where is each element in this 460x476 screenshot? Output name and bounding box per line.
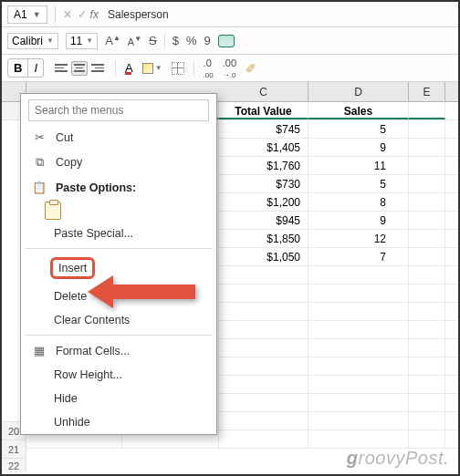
menu-insert[interactable]: Insert <box>21 252 216 285</box>
cell[interactable] <box>409 102 445 119</box>
menu-label: Row Height... <box>54 368 122 381</box>
cell-sales[interactable]: 5 <box>308 175 409 192</box>
watermark-text: roovyPost. <box>359 448 449 468</box>
font-name-selector[interactable]: Calibri ▼ <box>7 33 58 49</box>
chevron-down-icon[interactable]: ▼ <box>47 36 54 45</box>
cell-total[interactable]: $730 <box>219 175 308 192</box>
menu-delete[interactable]: Delete <box>21 285 216 308</box>
cell-sales[interactable]: 9 <box>308 139 409 156</box>
font-size-selector[interactable]: 11 ▼ <box>66 33 98 49</box>
menu-format-cells[interactable]: ▦ Format Cells... <box>21 338 216 363</box>
menu-label: Paste Special... <box>54 227 133 240</box>
cell-total[interactable]: $945 <box>219 212 308 229</box>
cell-total[interactable]: $1,200 <box>219 193 308 211</box>
menu-label: Clear Contents <box>54 314 130 326</box>
currency-button[interactable]: $ <box>172 34 179 47</box>
accept-icon: ✓ <box>78 8 87 21</box>
menu-label: Copy <box>56 156 82 169</box>
formula-bar-value[interactable]: Salesperson <box>108 8 169 21</box>
row-header[interactable]: 22 <box>2 458 26 472</box>
row-header[interactable]: 21 <box>2 440 26 458</box>
cell-sales[interactable]: 7 <box>308 248 409 265</box>
borders-button[interactable] <box>172 62 184 75</box>
decrease-font-button[interactable]: A▼ <box>128 35 141 47</box>
align-center-button[interactable] <box>71 61 88 76</box>
divider <box>193 60 194 77</box>
menu-cut[interactable]: ✂ Cut <box>21 125 216 150</box>
increase-decimal-button[interactable]: .0.00 <box>204 57 214 79</box>
watermark-g: g <box>347 448 359 468</box>
cell-sales[interactable]: 5 <box>308 120 409 138</box>
column-header-E[interactable]: E <box>409 82 445 101</box>
align-right-button[interactable] <box>89 61 106 76</box>
menu-label: Paste Options: <box>56 181 136 194</box>
header-total-value[interactable]: Total Value <box>219 102 308 119</box>
menu-hide[interactable]: Hide <box>21 387 216 410</box>
font-size: 11 <box>70 35 82 47</box>
menu-copy[interactable]: ⧉ Copy <box>21 150 216 175</box>
cell-total[interactable]: $1,850 <box>219 230 308 247</box>
clipboard-icon: 📋 <box>32 181 47 194</box>
fill-color-button[interactable]: ▼ <box>142 63 162 74</box>
divider <box>55 6 56 23</box>
header-sales[interactable]: Sales <box>308 102 409 119</box>
format-cells-icon: ▦ <box>32 344 47 357</box>
cell-total[interactable]: $1,050 <box>219 248 308 265</box>
cell-styles-icon[interactable] <box>218 35 235 47</box>
font-name: Calibri <box>12 35 43 47</box>
menu-label: Insert <box>58 262 87 274</box>
context-menu: ✂ Cut ⧉ Copy 📋 Paste Options: Paste Spec… <box>20 93 217 435</box>
name-box[interactable]: A1 ▼ <box>7 5 47 24</box>
alignment-group <box>53 61 106 76</box>
cell-sales[interactable]: 12 <box>308 230 409 247</box>
cell-total[interactable]: $745 <box>219 120 308 138</box>
cell-sales[interactable]: 9 <box>308 212 409 229</box>
chevron-down-icon[interactable]: ▼ <box>33 10 41 19</box>
menu-separator <box>25 335 213 336</box>
menu-label: Format Cells... <box>56 345 130 357</box>
menu-search <box>28 99 209 121</box>
font-color-button[interactable]: A <box>125 61 133 75</box>
cell-sales[interactable]: 11 <box>308 157 409 174</box>
strikethrough-button[interactable]: S <box>149 34 157 47</box>
percent-button[interactable]: % <box>186 34 197 47</box>
bold-italic-group: B I <box>7 58 44 78</box>
copy-icon: ⧉ <box>32 155 47 170</box>
bucket-icon <box>142 63 153 74</box>
cell-total[interactable]: $1,760 <box>219 157 308 174</box>
menu-label: Delete <box>54 290 87 303</box>
menu-paste-options: 📋 Paste Options: <box>21 175 216 200</box>
menu-label: Cut <box>56 131 73 144</box>
paste-option-icon[interactable] <box>21 202 216 220</box>
column-header-D[interactable]: D <box>308 82 409 101</box>
paste-icon <box>45 202 61 220</box>
cell-total[interactable]: $1,405 <box>219 139 308 156</box>
menu-separator <box>25 248 213 249</box>
fx-icon[interactable]: fx <box>90 8 99 21</box>
menu-label: Hide <box>54 392 78 405</box>
menu-clear-contents[interactable]: Clear Contents <box>21 308 216 332</box>
chevron-down-icon[interactable]: ▼ <box>86 36 93 45</box>
divider <box>115 60 116 77</box>
cell-reference: A1 <box>14 8 27 21</box>
menu-paste-special[interactable]: Paste Special... <box>21 222 216 245</box>
menu-label: Unhide <box>54 416 90 429</box>
increase-font-button[interactable]: A▲ <box>105 34 120 47</box>
menu-row-height[interactable]: Row Height... <box>21 363 216 387</box>
scissors-icon: ✂ <box>32 130 47 144</box>
comma-button[interactable]: 9 <box>204 34 211 47</box>
column-header-C[interactable]: C <box>219 82 308 101</box>
format-painter-icon[interactable]: ✐ <box>246 61 256 76</box>
divider <box>164 33 165 49</box>
align-left-button[interactable] <box>53 61 69 76</box>
cancel-icon: ✕ <box>63 8 72 21</box>
menu-unhide[interactable]: Unhide <box>21 410 216 434</box>
bold-button[interactable]: B <box>8 59 27 77</box>
decrease-decimal-button[interactable]: .00→.0 <box>223 57 236 79</box>
menu-search-input[interactable] <box>28 99 209 121</box>
highlight-box: Insert <box>50 257 95 279</box>
cell-sales[interactable]: 8 <box>308 193 409 211</box>
watermark: groovyPost. <box>347 448 449 469</box>
italic-button[interactable]: I <box>27 59 43 77</box>
